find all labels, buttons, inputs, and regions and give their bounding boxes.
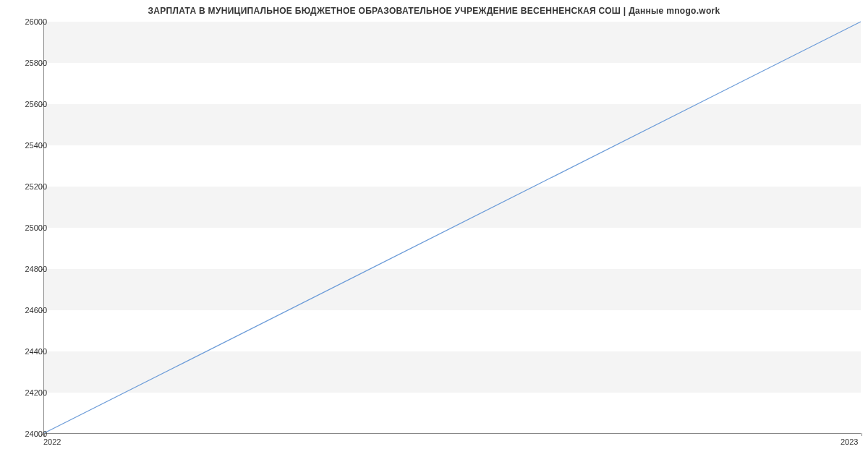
chart-title: ЗАРПЛАТА В МУНИЦИПАЛЬНОЕ БЮДЖЕТНОЕ ОБРАЗ… (0, 0, 868, 16)
y-tick-label: 25600 (25, 100, 47, 108)
x-tick-label: 2022 (43, 437, 61, 446)
y-tick-label: 25400 (25, 141, 47, 150)
line-series (44, 22, 861, 433)
chart-plot-area (43, 22, 861, 434)
y-tick-label: 24400 (25, 347, 47, 356)
plot-region (43, 22, 861, 434)
y-tick-label: 25000 (25, 223, 47, 232)
y-tick-label: 24800 (25, 265, 47, 273)
x-tick-label: 2023 (841, 437, 858, 446)
y-tick-label: 25800 (25, 59, 47, 67)
y-tick-label: 26000 (25, 17, 47, 26)
y-tick-label: 24200 (25, 388, 47, 397)
x-tick-mark (861, 433, 862, 436)
y-tick-label: 24600 (25, 306, 47, 315)
y-tick-label: 25200 (25, 182, 47, 191)
